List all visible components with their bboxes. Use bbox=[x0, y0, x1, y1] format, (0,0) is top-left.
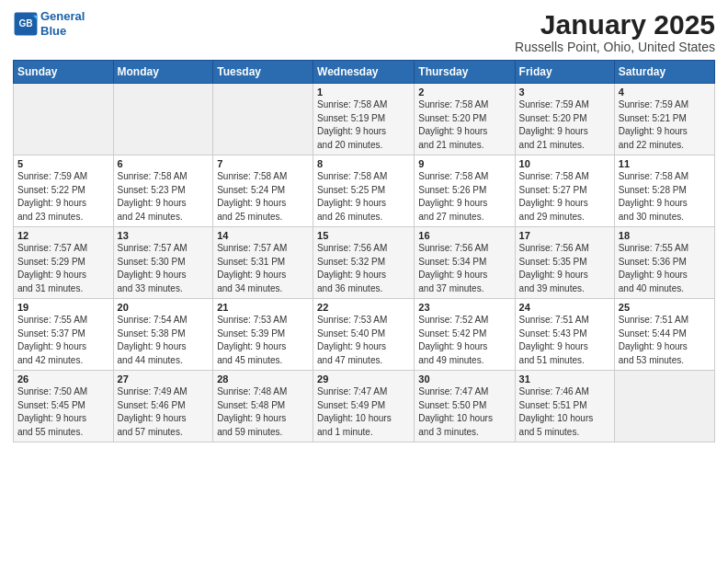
day-detail: Sunrise: 7:54 AM Sunset: 5:38 PM Dayligh… bbox=[118, 314, 210, 367]
day-detail: Sunrise: 7:55 AM Sunset: 5:36 PM Dayligh… bbox=[619, 242, 711, 295]
weekday-header-saturday: Saturday bbox=[614, 61, 714, 84]
day-number: 14 bbox=[217, 230, 309, 241]
day-number: 15 bbox=[317, 230, 410, 241]
calendar-cell: 11Sunrise: 7:58 AM Sunset: 5:28 PM Dayli… bbox=[614, 155, 714, 227]
weekday-header-tuesday: Tuesday bbox=[213, 61, 313, 84]
day-detail: Sunrise: 7:58 AM Sunset: 5:27 PM Dayligh… bbox=[519, 170, 610, 224]
day-number: 23 bbox=[418, 302, 510, 313]
calendar-cell: 29Sunrise: 7:47 AM Sunset: 5:49 PM Dayli… bbox=[313, 371, 415, 442]
day-detail: Sunrise: 7:56 AM Sunset: 5:35 PM Dayligh… bbox=[519, 242, 610, 295]
day-number: 3 bbox=[519, 86, 610, 98]
day-number: 21 bbox=[217, 302, 309, 313]
calendar-cell: 17Sunrise: 7:56 AM Sunset: 5:35 PM Dayli… bbox=[515, 227, 614, 299]
calendar-week-1: 1Sunrise: 7:58 AM Sunset: 5:19 PM Daylig… bbox=[14, 84, 715, 155]
calendar-cell: 23Sunrise: 7:52 AM Sunset: 5:42 PM Dayli… bbox=[415, 299, 515, 371]
day-number: 26 bbox=[17, 373, 109, 385]
calendar-cell: 21Sunrise: 7:53 AM Sunset: 5:39 PM Dayli… bbox=[213, 299, 313, 371]
calendar-cell: 28Sunrise: 7:48 AM Sunset: 5:48 PM Dayli… bbox=[213, 371, 313, 442]
calendar-cell: 10Sunrise: 7:58 AM Sunset: 5:27 PM Dayli… bbox=[515, 155, 614, 227]
day-detail: Sunrise: 7:49 AM Sunset: 5:46 PM Dayligh… bbox=[118, 385, 210, 439]
calendar-cell: 15Sunrise: 7:56 AM Sunset: 5:32 PM Dayli… bbox=[313, 227, 415, 299]
day-detail: Sunrise: 7:58 AM Sunset: 5:23 PM Dayligh… bbox=[118, 170, 210, 224]
calendar-body: 1Sunrise: 7:58 AM Sunset: 5:19 PM Daylig… bbox=[14, 84, 715, 442]
calendar-cell: 25Sunrise: 7:51 AM Sunset: 5:44 PM Dayli… bbox=[614, 299, 714, 371]
day-number: 22 bbox=[317, 302, 410, 313]
calendar-cell bbox=[614, 371, 714, 442]
calendar-cell: 4Sunrise: 7:59 AM Sunset: 5:21 PM Daylig… bbox=[614, 84, 714, 155]
day-detail: Sunrise: 7:53 AM Sunset: 5:40 PM Dayligh… bbox=[317, 314, 410, 367]
day-number: 7 bbox=[217, 158, 309, 169]
logo-line2: Blue bbox=[40, 24, 66, 38]
calendar-cell: 2Sunrise: 7:58 AM Sunset: 5:20 PM Daylig… bbox=[415, 84, 515, 155]
day-number: 12 bbox=[17, 230, 109, 241]
day-number: 4 bbox=[619, 86, 711, 98]
day-number: 1 bbox=[317, 86, 410, 98]
day-detail: Sunrise: 7:53 AM Sunset: 5:39 PM Dayligh… bbox=[217, 314, 309, 367]
calendar-cell: 1Sunrise: 7:58 AM Sunset: 5:19 PM Daylig… bbox=[313, 84, 415, 155]
calendar-title: January 2025 bbox=[515, 9, 715, 40]
calendar-cell: 20Sunrise: 7:54 AM Sunset: 5:38 PM Dayli… bbox=[113, 299, 213, 371]
header: GB General Blue January 2025 Russells Po… bbox=[13, 9, 715, 54]
weekday-header-thursday: Thursday bbox=[415, 61, 515, 84]
calendar-cell: 3Sunrise: 7:59 AM Sunset: 5:20 PM Daylig… bbox=[515, 84, 614, 155]
calendar-cell: 13Sunrise: 7:57 AM Sunset: 5:30 PM Dayli… bbox=[113, 227, 213, 299]
day-number: 13 bbox=[118, 230, 210, 241]
day-number: 19 bbox=[17, 302, 109, 313]
day-detail: Sunrise: 7:57 AM Sunset: 5:31 PM Dayligh… bbox=[217, 242, 309, 295]
day-detail: Sunrise: 7:51 AM Sunset: 5:44 PM Dayligh… bbox=[619, 314, 711, 367]
day-number: 30 bbox=[418, 373, 510, 385]
logo-text: General Blue bbox=[40, 9, 85, 38]
day-detail: Sunrise: 7:59 AM Sunset: 5:21 PM Dayligh… bbox=[619, 98, 711, 152]
day-number: 24 bbox=[519, 302, 610, 313]
calendar-cell: 12Sunrise: 7:57 AM Sunset: 5:29 PM Dayli… bbox=[14, 227, 114, 299]
day-detail: Sunrise: 7:58 AM Sunset: 5:24 PM Dayligh… bbox=[217, 170, 309, 224]
day-detail: Sunrise: 7:57 AM Sunset: 5:30 PM Dayligh… bbox=[118, 242, 210, 295]
day-detail: Sunrise: 7:58 AM Sunset: 5:26 PM Dayligh… bbox=[418, 170, 510, 224]
calendar-cell: 6Sunrise: 7:58 AM Sunset: 5:23 PM Daylig… bbox=[113, 155, 213, 227]
calendar-cell: 30Sunrise: 7:47 AM Sunset: 5:50 PM Dayli… bbox=[415, 371, 515, 442]
day-number: 29 bbox=[317, 373, 410, 385]
day-number: 17 bbox=[519, 230, 610, 241]
day-number: 18 bbox=[619, 230, 711, 241]
calendar-week-2: 5Sunrise: 7:59 AM Sunset: 5:22 PM Daylig… bbox=[14, 155, 715, 227]
day-number: 6 bbox=[118, 158, 210, 169]
day-detail: Sunrise: 7:56 AM Sunset: 5:32 PM Dayligh… bbox=[317, 242, 410, 295]
calendar-cell: 8Sunrise: 7:58 AM Sunset: 5:25 PM Daylig… bbox=[313, 155, 415, 227]
day-detail: Sunrise: 7:47 AM Sunset: 5:49 PM Dayligh… bbox=[317, 385, 410, 439]
day-number: 11 bbox=[619, 158, 711, 169]
calendar-header: SundayMondayTuesdayWednesdayThursdayFrid… bbox=[14, 61, 715, 84]
calendar-cell: 7Sunrise: 7:58 AM Sunset: 5:24 PM Daylig… bbox=[213, 155, 313, 227]
day-detail: Sunrise: 7:56 AM Sunset: 5:34 PM Dayligh… bbox=[418, 242, 510, 295]
day-number: 28 bbox=[217, 373, 309, 385]
calendar-subtitle: Russells Point, Ohio, United States bbox=[515, 40, 715, 54]
calendar-cell: 5Sunrise: 7:59 AM Sunset: 5:22 PM Daylig… bbox=[14, 155, 114, 227]
calendar-cell bbox=[113, 84, 213, 155]
calendar-cell: 26Sunrise: 7:50 AM Sunset: 5:45 PM Dayli… bbox=[14, 371, 114, 442]
svg-text:GB: GB bbox=[18, 18, 32, 29]
calendar-week-4: 19Sunrise: 7:55 AM Sunset: 5:37 PM Dayli… bbox=[14, 299, 715, 371]
calendar-cell: 18Sunrise: 7:55 AM Sunset: 5:36 PM Dayli… bbox=[614, 227, 714, 299]
page: GB General Blue January 2025 Russells Po… bbox=[0, 0, 728, 563]
logo: GB General Blue bbox=[13, 9, 85, 38]
day-number: 8 bbox=[317, 158, 410, 169]
weekday-header-friday: Friday bbox=[515, 61, 614, 84]
calendar-cell bbox=[213, 84, 313, 155]
day-detail: Sunrise: 7:58 AM Sunset: 5:20 PM Dayligh… bbox=[418, 98, 510, 152]
logo-line1: General bbox=[40, 9, 85, 23]
weekday-header-monday: Monday bbox=[113, 61, 213, 84]
day-number: 27 bbox=[118, 373, 210, 385]
day-detail: Sunrise: 7:47 AM Sunset: 5:50 PM Dayligh… bbox=[418, 385, 510, 439]
calendar-cell: 27Sunrise: 7:49 AM Sunset: 5:46 PM Dayli… bbox=[113, 371, 213, 442]
day-detail: Sunrise: 7:51 AM Sunset: 5:43 PM Dayligh… bbox=[519, 314, 610, 367]
weekday-header-sunday: Sunday bbox=[14, 61, 114, 84]
day-number: 9 bbox=[418, 158, 510, 169]
calendar-cell: 9Sunrise: 7:58 AM Sunset: 5:26 PM Daylig… bbox=[415, 155, 515, 227]
title-block: January 2025 Russells Point, Ohio, Unite… bbox=[515, 9, 715, 54]
calendar-cell bbox=[14, 84, 114, 155]
day-detail: Sunrise: 7:48 AM Sunset: 5:48 PM Dayligh… bbox=[217, 385, 309, 439]
calendar-cell: 16Sunrise: 7:56 AM Sunset: 5:34 PM Dayli… bbox=[415, 227, 515, 299]
calendar-cell: 14Sunrise: 7:57 AM Sunset: 5:31 PM Dayli… bbox=[213, 227, 313, 299]
day-number: 10 bbox=[519, 158, 610, 169]
day-detail: Sunrise: 7:58 AM Sunset: 5:28 PM Dayligh… bbox=[619, 170, 711, 224]
day-number: 5 bbox=[17, 158, 109, 169]
